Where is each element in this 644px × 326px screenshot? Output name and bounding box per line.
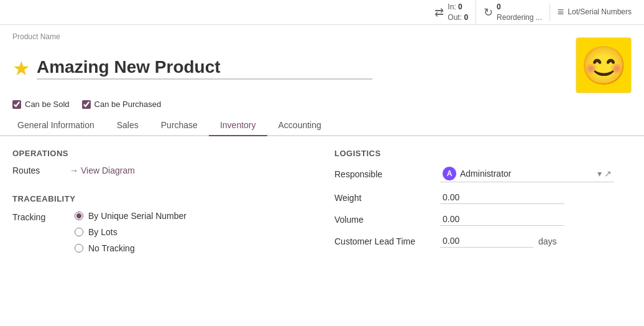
- lot-serial-button[interactable]: ≡ Lot/Serial Numbers: [550, 3, 639, 21]
- view-diagram-arrow: →: [70, 165, 78, 175]
- in-label: In:: [448, 2, 456, 11]
- reordering-button[interactable]: ↻ 0 Reordering ...: [476, 0, 550, 25]
- operations-title: Operations: [12, 149, 310, 158]
- tab-purchase[interactable]: Purchase: [150, 115, 209, 136]
- reorder-icon: ↻: [484, 6, 493, 19]
- tracking-serial-label: By Unique Serial Number: [88, 211, 186, 221]
- right-panel: Logistics Responsible A Administrator ▾ …: [334, 149, 632, 253]
- responsible-label: Responsible: [334, 169, 434, 179]
- checkboxes-row: Can be Sold Can be Purchased: [0, 100, 644, 109]
- tracking-lots-input[interactable]: [75, 228, 83, 236]
- tracking-radio-group: By Unique Serial Number By Lots No Track…: [75, 211, 186, 253]
- lead-time-row: days: [440, 235, 632, 248]
- product-name-label: Product Name: [12, 32, 632, 41]
- tracking-none-input[interactable]: [75, 244, 83, 253]
- lot-serial-label: Lot/Serial Numbers: [568, 7, 632, 17]
- logistics-grid: Responsible A Administrator ▾ ↗ Weight V…: [334, 165, 632, 248]
- tracking-serial-input[interactable]: [75, 212, 83, 220]
- days-label: days: [538, 236, 557, 246]
- weight-input[interactable]: [440, 191, 564, 204]
- logistics-title: Logistics: [334, 149, 632, 158]
- traceability-section: Traceability Tracking By Unique Serial N…: [12, 194, 310, 253]
- product-title-left: ★: [12, 57, 372, 80]
- transfers-icon: ⇄: [435, 6, 444, 19]
- volume-label: Volume: [334, 215, 434, 225]
- product-name-input[interactable]: [37, 57, 372, 80]
- lead-time-label: Customer Lead Time: [334, 236, 434, 246]
- tab-sales[interactable]: Sales: [106, 115, 150, 136]
- main-content: Operations Routes → View Diagram Traceab…: [0, 136, 644, 259]
- tab-general-information[interactable]: General Information: [6, 115, 106, 136]
- lead-time-input[interactable]: [440, 235, 533, 248]
- can-be-sold-checkbox[interactable]: Can be Sold: [12, 100, 70, 109]
- tracking-none-label: No Tracking: [88, 243, 135, 253]
- view-diagram-link[interactable]: → View Diagram: [70, 165, 135, 175]
- reorder-count: 0: [497, 2, 501, 11]
- can-be-purchased-checkbox[interactable]: Can be Purchased: [82, 100, 162, 109]
- responsible-name: Administrator: [460, 169, 594, 179]
- routes-row: Routes → View Diagram: [12, 165, 310, 175]
- volume-input[interactable]: [440, 213, 564, 226]
- tracking-lots-option[interactable]: By Lots: [75, 227, 186, 237]
- tab-inventory[interactable]: Inventory: [209, 115, 267, 136]
- top-bar: ⇄ In: 0 Out: 0 ↻ 0 Reordering ... ≡ Lot/…: [0, 0, 644, 25]
- out-label: Out:: [448, 13, 462, 22]
- transfers-info: In: 0 Out: 0: [448, 2, 468, 23]
- tracking-serial-option[interactable]: By Unique Serial Number: [75, 211, 186, 221]
- tracking-row: Tracking By Unique Serial Number By Lots…: [12, 211, 310, 253]
- dropdown-icon: ▾: [597, 169, 602, 179]
- tracking-label: Tracking: [12, 211, 62, 222]
- out-count: 0: [464, 13, 468, 22]
- tracking-none-option[interactable]: No Tracking: [75, 243, 186, 253]
- transfers-button[interactable]: ⇄ In: 0 Out: 0: [427, 0, 476, 25]
- product-header: Product Name ★ 😊: [0, 25, 644, 93]
- can-be-sold-label: Can be Sold: [25, 100, 70, 109]
- lot-serial-icon: ≡: [558, 6, 564, 19]
- responsible-avatar: A: [443, 167, 456, 180]
- product-image: 😊: [576, 37, 632, 93]
- can-be-sold-input[interactable]: [12, 100, 21, 109]
- tab-accounting[interactable]: Accounting: [267, 115, 333, 136]
- left-panel: Operations Routes → View Diagram Traceab…: [12, 149, 310, 253]
- product-title-row: ★ 😊: [12, 44, 632, 93]
- can-be-purchased-input[interactable]: [82, 100, 91, 109]
- responsible-select[interactable]: A Administrator ▾ ↗: [440, 165, 614, 182]
- external-link-icon[interactable]: ↗: [604, 169, 612, 179]
- star-icon[interactable]: ★: [12, 57, 30, 80]
- traceability-title: Traceability: [12, 194, 310, 203]
- tabs-row: General Information Sales Purchase Inven…: [0, 115, 644, 136]
- reordering-info: 0 Reordering ...: [497, 2, 542, 23]
- tracking-lots-label: By Lots: [88, 227, 117, 237]
- routes-label: Routes: [12, 165, 62, 175]
- view-diagram-label: View Diagram: [81, 165, 135, 175]
- reorder-label: Reordering ...: [497, 12, 542, 23]
- in-count: 0: [458, 2, 462, 11]
- weight-label: Weight: [334, 193, 434, 203]
- can-be-purchased-label: Can be Purchased: [94, 100, 162, 109]
- responsible-icons: ▾ ↗: [597, 169, 612, 179]
